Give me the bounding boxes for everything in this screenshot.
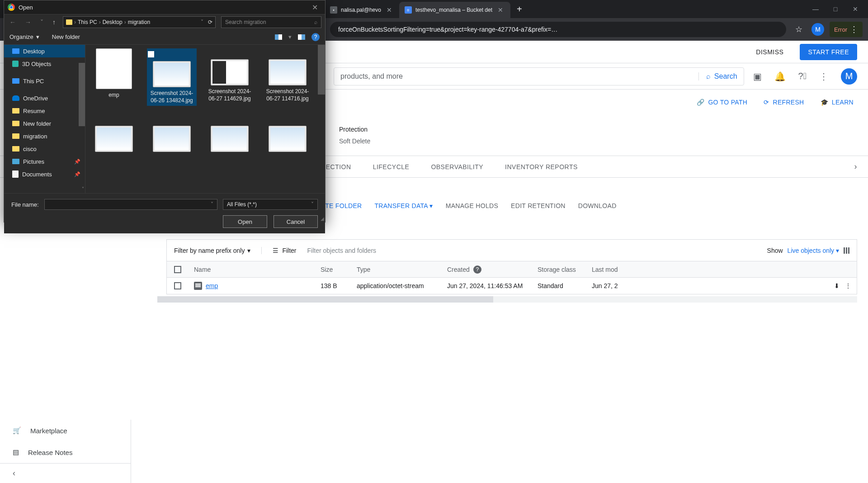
preview-icon[interactable] bbox=[298, 34, 305, 40]
chevron-down-icon[interactable]: ˅ bbox=[82, 186, 84, 191]
window-maximize[interactable]: □ bbox=[832, 5, 839, 13]
close-icon[interactable]: ✕ bbox=[385, 6, 394, 14]
window-close[interactable]: ✕ bbox=[852, 5, 859, 13]
sidebar-item-marketplace[interactable]: 🛒 Marketplace bbox=[0, 420, 131, 441]
file-name-label: File name: bbox=[11, 201, 39, 208]
file-item[interactable] bbox=[263, 115, 312, 155]
file-item[interactable]: Screenshot 2024-06-27 114629.jpg bbox=[205, 48, 255, 106]
filter-prefix-dropdown[interactable]: Filter by name prefix only ▾ bbox=[174, 247, 250, 254]
file-type-dropdown[interactable]: All Files (*.*) ˅ bbox=[223, 199, 318, 210]
close-icon[interactable]: ✕ bbox=[308, 3, 321, 12]
back-button[interactable]: ← bbox=[8, 19, 18, 26]
file-name-input[interactable]: ˅ bbox=[44, 199, 217, 210]
filter-input[interactable]: Filter objects and folders bbox=[307, 247, 756, 254]
scrollbar-thumb[interactable] bbox=[79, 63, 85, 126]
new-tab-button[interactable]: + bbox=[510, 4, 528, 14]
search-input[interactable]: products, and more ⌕ Search bbox=[334, 67, 744, 85]
tree-item[interactable]: Documents📌 bbox=[4, 168, 85, 180]
tree-item[interactable]: 3D Objects bbox=[4, 57, 85, 70]
folder-tree[interactable]: Desktop3D ObjectsThis PCOneDriveResumeNe… bbox=[4, 45, 85, 193]
row-checkbox[interactable] bbox=[174, 282, 181, 289]
start-free-button[interactable]: START FREE bbox=[800, 44, 857, 60]
resize-handle[interactable]: ◢ bbox=[321, 216, 324, 221]
file-item[interactable]: Screenshot 2024-06-27 114716.jpg bbox=[263, 48, 312, 106]
tree-item[interactable]: Desktop bbox=[4, 45, 85, 57]
path-bar[interactable]: › This PC › Desktop › migration ˅ ⟳ bbox=[63, 16, 216, 28]
help-icon[interactable]: ?⃝ bbox=[798, 71, 807, 81]
file-item[interactable]: Screenshot 2024-06-26 134824.jpg bbox=[147, 48, 197, 106]
tree-item[interactable]: cisco bbox=[4, 142, 85, 155]
sidebar-item-release-notes[interactable]: ▤ Release Notes bbox=[0, 441, 131, 463]
organize-menu[interactable]: Organize ▾ bbox=[9, 33, 39, 40]
error-indicator[interactable]: Error ⋮ bbox=[830, 22, 863, 37]
chevron-down-icon[interactable]: ˅ bbox=[211, 201, 213, 208]
profile-avatar[interactable]: M bbox=[811, 23, 824, 36]
kebab-icon[interactable]: ⋮ bbox=[845, 282, 851, 289]
notifications-icon[interactable]: 🔔 bbox=[774, 71, 786, 82]
kebab-icon[interactable]: ⋮ bbox=[850, 24, 858, 34]
tab-item[interactable]: LIFECYCLE bbox=[373, 163, 410, 170]
download-button[interactable]: DOWNLOAD bbox=[578, 202, 617, 209]
tree-item[interactable]: New folder bbox=[4, 117, 85, 130]
select-all-checkbox[interactable] bbox=[174, 266, 181, 273]
search-button[interactable]: ⌕ Search bbox=[698, 72, 737, 80]
live-objects-dropdown[interactable]: Live objects only ▾ bbox=[788, 247, 839, 254]
protection-heading: Protection bbox=[339, 126, 868, 133]
forward-button[interactable]: → bbox=[23, 19, 33, 26]
chevron-down-icon[interactable]: ˅ bbox=[311, 201, 314, 208]
window-minimize[interactable]: — bbox=[812, 5, 819, 13]
up-button[interactable]: ↑ bbox=[51, 19, 57, 26]
chevron-down-icon[interactable]: ˅ bbox=[38, 19, 45, 26]
tree-item[interactable]: This PC bbox=[4, 75, 85, 87]
table-row[interactable]: emp 138 B application/octet-stream Jun 2… bbox=[167, 278, 857, 294]
view-icon[interactable] bbox=[275, 34, 282, 40]
cancel-button[interactable]: Cancel bbox=[274, 215, 318, 228]
filter-button[interactable]: ☰ Filter bbox=[261, 247, 296, 254]
file-item[interactable]: emp bbox=[89, 48, 139, 106]
file-item[interactable] bbox=[205, 115, 255, 155]
help-icon[interactable]: ? bbox=[311, 33, 320, 41]
sidebar-collapse[interactable]: ‹ bbox=[0, 463, 131, 483]
refresh-button[interactable]: ⟳ REFRESH bbox=[764, 99, 804, 106]
tree-item[interactable]: OneDrive bbox=[4, 92, 85, 104]
tab-item[interactable]: OBSERVABILITY bbox=[431, 163, 483, 170]
close-icon[interactable]: ✕ bbox=[496, 6, 505, 14]
search-input[interactable]: Search migration ⌕ bbox=[221, 16, 321, 28]
file-grid[interactable]: empScreenshot 2024-06-26 134824.jpgScree… bbox=[85, 45, 325, 193]
chevron-right-icon[interactable]: › bbox=[854, 162, 858, 171]
tree-item[interactable]: migration bbox=[4, 130, 85, 142]
tree-item[interactable]: Resume bbox=[4, 104, 85, 117]
pin-icon[interactable]: 📌 bbox=[74, 171, 80, 177]
horizontal-scrollbar[interactable] bbox=[157, 296, 857, 303]
scrollbar-thumb[interactable] bbox=[318, 45, 325, 95]
open-button[interactable]: Open bbox=[223, 215, 267, 228]
new-folder-button[interactable]: New folder bbox=[52, 33, 80, 40]
cloud-shell-icon[interactable]: ▣ bbox=[753, 71, 762, 82]
tree-item[interactable]: Pictures📌 bbox=[4, 155, 85, 168]
chevron-down-icon[interactable]: ▾ bbox=[288, 33, 292, 40]
tab-item[interactable]: INVENTORY REPORTS bbox=[505, 163, 578, 170]
chevron-down-icon[interactable]: ˅ bbox=[201, 19, 203, 25]
help-icon[interactable]: ? bbox=[473, 265, 481, 274]
manage-holds-button[interactable]: MANAGE HOLDS bbox=[446, 202, 498, 209]
pc-icon bbox=[12, 48, 19, 54]
url-field[interactable]: forceOnBucketsSortingFiltering=true&proj… bbox=[330, 22, 786, 37]
refresh-icon[interactable]: ⟳ bbox=[208, 19, 212, 25]
download-icon[interactable]: ⬇ bbox=[834, 282, 840, 289]
browser-tab[interactable]: ≡ testhevo_monalisa – Bucket det ✕ bbox=[399, 2, 510, 18]
account-avatar[interactable]: M bbox=[841, 68, 857, 85]
browser-tab[interactable]: • nalisa.pal@hevo ✕ bbox=[325, 2, 399, 18]
tab-title: nalisa.pal@hevo bbox=[341, 7, 381, 13]
file-item[interactable] bbox=[89, 115, 139, 155]
pin-icon[interactable]: 📌 bbox=[74, 159, 80, 165]
go-to-path-button[interactable]: 🔗 GO TO PATH bbox=[697, 99, 747, 106]
kebab-icon[interactable]: ⋮ bbox=[819, 71, 828, 82]
edit-retention-button[interactable]: EDIT RETENTION bbox=[511, 202, 566, 209]
object-link[interactable]: emp bbox=[206, 282, 218, 289]
file-item[interactable] bbox=[147, 115, 197, 155]
transfer-data-button[interactable]: TRANSFER DATA ▾ bbox=[374, 202, 433, 209]
learn-button[interactable]: 🎓 LEARN bbox=[821, 99, 854, 106]
dismiss-button[interactable]: DISMISS bbox=[750, 45, 789, 59]
star-icon[interactable]: ☆ bbox=[792, 24, 806, 34]
columns-icon[interactable] bbox=[844, 247, 849, 254]
